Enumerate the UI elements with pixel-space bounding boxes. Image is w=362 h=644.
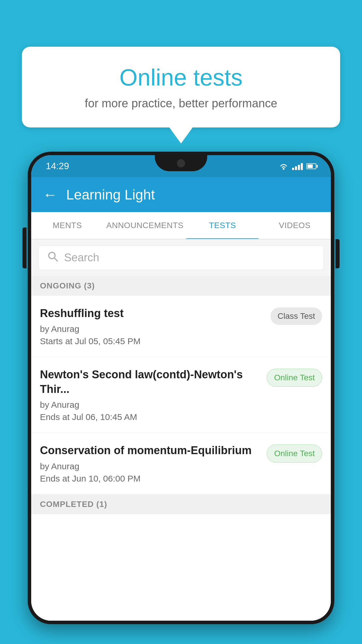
speech-bubble-title: Online tests: [45, 64, 317, 91]
test-item[interactable]: Conservation of momentum-Equilibrium by …: [31, 433, 331, 494]
notch: [155, 155, 207, 171]
battery-icon: [306, 163, 316, 169]
status-bar: 14:29: [31, 155, 331, 177]
test-badge-online: Online Test: [267, 369, 322, 387]
phone-container: 14:29: [28, 152, 334, 644]
test-info: Reshuffling test by Anurag Starts at Jul…: [40, 306, 270, 346]
test-time: Starts at Jul 05, 05:45 PM: [40, 336, 265, 346]
speech-bubble: Online tests for more practice, better p…: [22, 47, 340, 127]
wifi-icon: [279, 162, 289, 170]
test-item[interactable]: Newton's Second law(contd)-Newton's Thir…: [31, 357, 331, 433]
app-title: Learning Light: [66, 187, 155, 203]
speech-bubble-subtitle: for more practice, better performance: [45, 97, 317, 110]
test-author: by Anurag: [40, 400, 261, 410]
tests-list: Reshuffling test by Anurag Starts at Jul…: [31, 296, 331, 621]
test-info: Newton's Second law(contd)-Newton's Thir…: [40, 368, 267, 422]
search-placeholder: Search: [64, 251, 99, 264]
test-title: Newton's Second law(contd)-Newton's Thir…: [40, 368, 261, 396]
search-container: Search: [31, 239, 331, 276]
test-badge-online: Online Test: [267, 444, 322, 463]
test-badge-class: Class Test: [270, 307, 322, 325]
signal-icon: [292, 162, 303, 170]
back-button[interactable]: ←: [43, 186, 57, 203]
app-bar: ← Learning Light: [31, 177, 331, 212]
search-icon: [47, 251, 58, 265]
ongoing-section-header: ONGOING (3): [31, 276, 331, 296]
speech-bubble-container: Online tests for more practice, better p…: [22, 47, 340, 144]
completed-section-header: COMPLETED (1): [31, 494, 331, 514]
svg-point-0: [283, 168, 284, 170]
tab-tests[interactable]: TESTS: [186, 212, 259, 239]
status-icons: [279, 162, 316, 170]
test-author: by Anurag: [40, 324, 265, 334]
test-author: by Anurag: [40, 461, 261, 471]
search-box[interactable]: Search: [38, 245, 324, 270]
test-time: Ends at Jul 06, 10:45 AM: [40, 412, 261, 422]
test-time: Ends at Jun 10, 06:00 PM: [40, 474, 261, 484]
test-title: Conservation of momentum-Equilibrium: [40, 443, 261, 458]
camera: [177, 159, 185, 167]
svg-line-2: [54, 258, 57, 261]
tabs-container: MENTS ANNOUNCEMENTS TESTS VIDEOS: [31, 212, 331, 239]
tab-videos[interactable]: VIDEOS: [259, 212, 331, 239]
tab-ments[interactable]: MENTS: [31, 212, 103, 239]
test-item[interactable]: Reshuffling test by Anurag Starts at Jul…: [31, 296, 331, 357]
tab-announcements[interactable]: ANNOUNCEMENTS: [103, 212, 187, 239]
test-title: Reshuffling test: [40, 306, 265, 321]
test-info: Conservation of momentum-Equilibrium by …: [40, 443, 267, 483]
phone-frame: 14:29: [28, 152, 334, 624]
speech-bubble-tail: [169, 127, 193, 144]
phone-screen: 14:29: [31, 155, 331, 621]
